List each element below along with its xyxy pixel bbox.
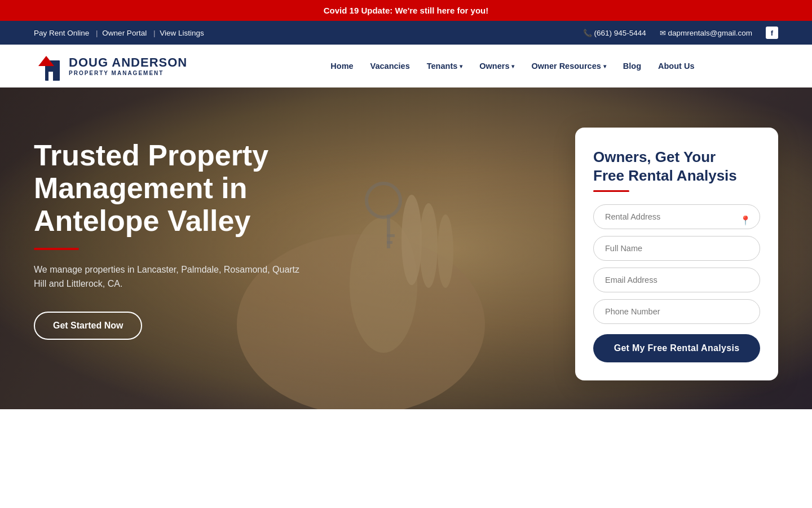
facebook-link[interactable]: f: [766, 27, 778, 39]
phone-number-input[interactable]: [593, 299, 760, 324]
utility-links: Pay Rent Online | Owner Portal | View Li…: [34, 29, 206, 37]
hero-left: Trusted Property Management in Antelope …: [34, 116, 372, 340]
sep2: |: [153, 29, 156, 37]
view-listings-link[interactable]: View Listings: [160, 29, 204, 37]
logo-icon: [34, 50, 63, 82]
full-name-input[interactable]: [593, 236, 760, 261]
hero-description: We manage properties in Lancaster, Palmd…: [34, 262, 304, 291]
chevron-down-icon: ▾: [603, 63, 606, 69]
get-rental-analysis-button[interactable]: Get My Free Rental Analysis: [593, 334, 760, 362]
alert-text: Covid 19 Update: We're still here for yo…: [324, 6, 489, 15]
nav-about[interactable]: About Us: [651, 57, 701, 75]
pay-rent-link[interactable]: Pay Rent Online: [34, 29, 89, 37]
owner-portal-link[interactable]: Owner Portal: [102, 29, 147, 37]
contact-us-button[interactable]: Contact Us: [710, 56, 778, 76]
email-address: dapmrentals@gmail.com: [660, 29, 752, 37]
utility-bar: Pay Rent Online | Owner Portal | View Li…: [0, 21, 812, 45]
nav-tenants[interactable]: Tenants ▾: [420, 57, 470, 75]
nav-home[interactable]: Home: [324, 57, 360, 75]
rental-analysis-form-card: Owners, Get Your Free Rental Analysis 📍 …: [575, 128, 778, 380]
logo-text: DOUG ANDERSON PROPERTY MANAGEMENT: [69, 56, 187, 76]
alert-bar: Covid 19 Update: We're still here for yo…: [0, 0, 812, 21]
nav-owner-resources[interactable]: Owner Resources ▾: [524, 57, 612, 75]
sep1: |: [96, 29, 98, 37]
nav-blog[interactable]: Blog: [616, 57, 648, 75]
hero-title: Trusted Property Management in Antelope …: [34, 139, 372, 238]
logo-sub: PROPERTY MANAGEMENT: [69, 70, 187, 76]
nav-links: Home Vacancies Tenants ▾ Owners ▾ Owner …: [324, 56, 778, 76]
form-card-title: Owners, Get Your Free Rental Analysis: [593, 148, 760, 185]
utility-contact: (661) 945-5444 dapmrentals@gmail.com f: [583, 27, 778, 39]
phone-number: (661) 945-5444: [583, 29, 646, 37]
rental-address-wrapper: 📍: [593, 204, 760, 236]
chevron-down-icon: ▾: [460, 63, 462, 69]
get-started-button[interactable]: Get Started Now: [34, 312, 142, 340]
hero-divider: [34, 248, 79, 250]
hero-content: Trusted Property Management in Antelope …: [0, 116, 812, 380]
nav-vacancies[interactable]: Vacancies: [364, 57, 417, 75]
chevron-down-icon: ▾: [511, 63, 514, 69]
svg-rect-2: [48, 72, 53, 81]
navbar: DOUG ANDERSON PROPERTY MANAGEMENT Home V…: [0, 45, 812, 87]
email-address-input[interactable]: [593, 268, 760, 292]
nav-owners[interactable]: Owners ▾: [473, 57, 521, 75]
logo: DOUG ANDERSON PROPERTY MANAGEMENT: [34, 50, 187, 82]
logo-name: DOUG ANDERSON: [69, 56, 187, 69]
form-card-divider: [593, 190, 629, 192]
below-hero: [0, 409, 812, 508]
rental-address-input[interactable]: [593, 204, 760, 229]
hero-section: Trusted Property Management in Antelope …: [0, 87, 812, 409]
